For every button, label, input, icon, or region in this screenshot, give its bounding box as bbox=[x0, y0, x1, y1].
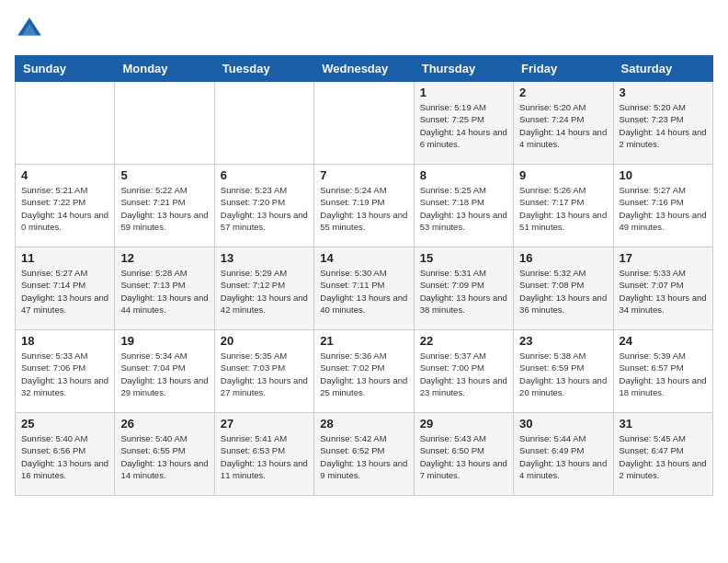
day-number: 12 bbox=[120, 251, 208, 265]
day-info: Sunrise: 5:45 AM Sunset: 6:47 PM Dayligh… bbox=[620, 432, 707, 481]
day-info: Sunrise: 5:19 AM Sunset: 7:25 PM Dayligh… bbox=[420, 101, 507, 150]
calendar-day-cell: 8Sunrise: 5:25 AM Sunset: 7:18 PM Daylig… bbox=[414, 165, 513, 247]
calendar-day-cell: 31Sunrise: 5:45 AM Sunset: 6:47 PM Dayli… bbox=[613, 413, 712, 496]
day-of-week-header: Saturday bbox=[613, 56, 712, 82]
day-info: Sunrise: 5:27 AM Sunset: 7:16 PM Dayligh… bbox=[620, 184, 707, 233]
day-info: Sunrise: 5:36 AM Sunset: 7:02 PM Dayligh… bbox=[320, 350, 407, 398]
day-info: Sunrise: 5:41 AM Sunset: 6:53 PM Dayligh… bbox=[221, 432, 308, 481]
day-of-week-header: Wednesday bbox=[314, 56, 414, 82]
day-number: 4 bbox=[21, 168, 108, 182]
day-number: 19 bbox=[120, 334, 208, 348]
calendar-day-cell: 24Sunrise: 5:39 AM Sunset: 6:57 PM Dayli… bbox=[613, 330, 712, 413]
calendar-day-cell: 27Sunrise: 5:41 AM Sunset: 6:53 PM Dayli… bbox=[214, 413, 313, 496]
calendar-day-cell: 22Sunrise: 5:37 AM Sunset: 7:00 PM Dayli… bbox=[414, 330, 513, 413]
day-info: Sunrise: 5:38 AM Sunset: 6:59 PM Dayligh… bbox=[519, 350, 607, 398]
day-info: Sunrise: 5:31 AM Sunset: 7:09 PM Dayligh… bbox=[420, 267, 507, 316]
day-number: 2 bbox=[519, 86, 607, 99]
day-info: Sunrise: 5:22 AM Sunset: 7:21 PM Dayligh… bbox=[120, 184, 208, 233]
calendar-body: 1Sunrise: 5:19 AM Sunset: 7:25 PM Daylig… bbox=[16, 82, 713, 496]
calendar-day-cell: 20Sunrise: 5:35 AM Sunset: 7:03 PM Dayli… bbox=[214, 330, 313, 413]
day-info: Sunrise: 5:40 AM Sunset: 6:55 PM Dayligh… bbox=[120, 432, 208, 481]
day-number: 21 bbox=[320, 334, 407, 348]
day-number: 30 bbox=[519, 417, 607, 431]
day-info: Sunrise: 5:25 AM Sunset: 7:18 PM Dayligh… bbox=[420, 184, 507, 233]
day-number: 22 bbox=[420, 334, 507, 348]
day-number: 1 bbox=[420, 86, 507, 99]
calendar-day-cell: 19Sunrise: 5:34 AM Sunset: 7:04 PM Dayli… bbox=[115, 330, 214, 413]
day-number: 17 bbox=[620, 251, 707, 265]
day-number: 13 bbox=[221, 251, 308, 265]
day-number: 7 bbox=[320, 168, 407, 182]
page-header bbox=[15, 15, 713, 44]
calendar-week-row: 18Sunrise: 5:33 AM Sunset: 7:06 PM Dayli… bbox=[16, 330, 713, 413]
calendar-day-cell bbox=[16, 82, 115, 165]
day-info: Sunrise: 5:39 AM Sunset: 6:57 PM Dayligh… bbox=[620, 350, 707, 398]
day-info: Sunrise: 5:26 AM Sunset: 7:17 PM Dayligh… bbox=[519, 184, 607, 233]
day-info: Sunrise: 5:32 AM Sunset: 7:08 PM Dayligh… bbox=[519, 267, 607, 316]
calendar-day-cell: 23Sunrise: 5:38 AM Sunset: 6:59 PM Dayli… bbox=[514, 330, 613, 413]
calendar-week-row: 25Sunrise: 5:40 AM Sunset: 6:56 PM Dayli… bbox=[16, 413, 713, 496]
day-number: 18 bbox=[21, 334, 108, 348]
calendar-day-cell: 16Sunrise: 5:32 AM Sunset: 7:08 PM Dayli… bbox=[514, 247, 613, 330]
calendar-day-cell: 21Sunrise: 5:36 AM Sunset: 7:02 PM Dayli… bbox=[314, 330, 414, 413]
logo bbox=[15, 15, 48, 44]
calendar-week-row: 4Sunrise: 5:21 AM Sunset: 7:22 PM Daylig… bbox=[16, 165, 713, 247]
day-info: Sunrise: 5:42 AM Sunset: 6:52 PM Dayligh… bbox=[320, 432, 407, 481]
day-info: Sunrise: 5:20 AM Sunset: 7:23 PM Dayligh… bbox=[620, 101, 707, 150]
logo-icon bbox=[15, 15, 44, 44]
calendar-day-cell: 11Sunrise: 5:27 AM Sunset: 7:14 PM Dayli… bbox=[16, 247, 115, 330]
calendar-day-cell bbox=[214, 82, 313, 165]
day-number: 16 bbox=[519, 251, 607, 265]
calendar-week-row: 11Sunrise: 5:27 AM Sunset: 7:14 PM Dayli… bbox=[16, 247, 713, 330]
calendar-day-cell bbox=[115, 82, 214, 165]
day-number: 25 bbox=[21, 417, 108, 431]
day-number: 24 bbox=[620, 334, 707, 348]
day-info: Sunrise: 5:24 AM Sunset: 7:19 PM Dayligh… bbox=[320, 184, 407, 233]
day-info: Sunrise: 5:29 AM Sunset: 7:12 PM Dayligh… bbox=[221, 267, 308, 316]
day-info: Sunrise: 5:44 AM Sunset: 6:49 PM Dayligh… bbox=[519, 432, 607, 481]
day-number: 3 bbox=[620, 86, 707, 99]
calendar-day-cell: 5Sunrise: 5:22 AM Sunset: 7:21 PM Daylig… bbox=[115, 165, 214, 247]
calendar-day-cell: 9Sunrise: 5:26 AM Sunset: 7:17 PM Daylig… bbox=[514, 165, 613, 247]
calendar-day-cell: 17Sunrise: 5:33 AM Sunset: 7:07 PM Dayli… bbox=[613, 247, 712, 330]
day-of-week-header: Sunday bbox=[16, 56, 115, 82]
day-info: Sunrise: 5:43 AM Sunset: 6:50 PM Dayligh… bbox=[420, 432, 507, 481]
day-info: Sunrise: 5:21 AM Sunset: 7:22 PM Dayligh… bbox=[21, 184, 108, 233]
day-number: 27 bbox=[221, 417, 308, 431]
calendar-week-row: 1Sunrise: 5:19 AM Sunset: 7:25 PM Daylig… bbox=[16, 82, 713, 165]
day-of-week-header: Thursday bbox=[414, 56, 513, 82]
day-number: 14 bbox=[320, 251, 407, 265]
day-number: 6 bbox=[221, 168, 308, 182]
calendar-day-cell: 25Sunrise: 5:40 AM Sunset: 6:56 PM Dayli… bbox=[16, 413, 115, 496]
day-of-week-header: Monday bbox=[115, 56, 214, 82]
calendar-day-cell: 14Sunrise: 5:30 AM Sunset: 7:11 PM Dayli… bbox=[314, 247, 414, 330]
calendar-day-cell: 26Sunrise: 5:40 AM Sunset: 6:55 PM Dayli… bbox=[115, 413, 214, 496]
calendar-header: SundayMondayTuesdayWednesdayThursdayFrid… bbox=[16, 56, 713, 82]
calendar-day-cell: 1Sunrise: 5:19 AM Sunset: 7:25 PM Daylig… bbox=[414, 82, 513, 165]
calendar-day-cell: 18Sunrise: 5:33 AM Sunset: 7:06 PM Dayli… bbox=[16, 330, 115, 413]
calendar-day-cell bbox=[314, 82, 414, 165]
calendar-day-cell: 3Sunrise: 5:20 AM Sunset: 7:23 PM Daylig… bbox=[613, 82, 712, 165]
day-of-week-header: Tuesday bbox=[214, 56, 313, 82]
day-info: Sunrise: 5:20 AM Sunset: 7:24 PM Dayligh… bbox=[519, 101, 607, 150]
day-info: Sunrise: 5:37 AM Sunset: 7:00 PM Dayligh… bbox=[420, 350, 507, 398]
day-info: Sunrise: 5:28 AM Sunset: 7:13 PM Dayligh… bbox=[120, 267, 208, 316]
days-of-week-row: SundayMondayTuesdayWednesdayThursdayFrid… bbox=[16, 56, 713, 82]
day-number: 10 bbox=[620, 168, 707, 182]
day-number: 8 bbox=[420, 168, 507, 182]
day-number: 29 bbox=[420, 417, 507, 431]
day-info: Sunrise: 5:27 AM Sunset: 7:14 PM Dayligh… bbox=[21, 267, 108, 316]
day-number: 28 bbox=[320, 417, 407, 431]
calendar-day-cell: 13Sunrise: 5:29 AM Sunset: 7:12 PM Dayli… bbox=[214, 247, 313, 330]
day-number: 23 bbox=[519, 334, 607, 348]
calendar-day-cell: 30Sunrise: 5:44 AM Sunset: 6:49 PM Dayli… bbox=[514, 413, 613, 496]
calendar-day-cell: 6Sunrise: 5:23 AM Sunset: 7:20 PM Daylig… bbox=[214, 165, 313, 247]
calendar-day-cell: 2Sunrise: 5:20 AM Sunset: 7:24 PM Daylig… bbox=[514, 82, 613, 165]
calendar-day-cell: 10Sunrise: 5:27 AM Sunset: 7:16 PM Dayli… bbox=[613, 165, 712, 247]
calendar-table: SundayMondayTuesdayWednesdayThursdayFrid… bbox=[15, 55, 713, 496]
day-info: Sunrise: 5:35 AM Sunset: 7:03 PM Dayligh… bbox=[221, 350, 308, 398]
calendar-day-cell: 4Sunrise: 5:21 AM Sunset: 7:22 PM Daylig… bbox=[16, 165, 115, 247]
day-info: Sunrise: 5:30 AM Sunset: 7:11 PM Dayligh… bbox=[320, 267, 407, 316]
day-info: Sunrise: 5:34 AM Sunset: 7:04 PM Dayligh… bbox=[120, 350, 208, 398]
calendar-day-cell: 15Sunrise: 5:31 AM Sunset: 7:09 PM Dayli… bbox=[414, 247, 513, 330]
